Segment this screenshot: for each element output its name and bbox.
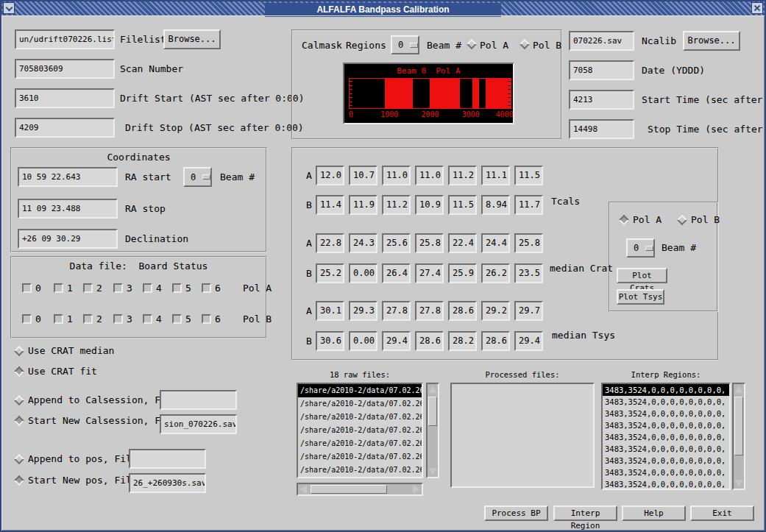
filelist-field[interactable]: un/udrift070226.list bbox=[15, 29, 115, 49]
tcal-field-r1-c0[interactable]: 11.4 bbox=[316, 195, 344, 215]
tcal-field-r0-c1[interactable]: 10.7 bbox=[349, 166, 377, 185]
tcal-field-r2-c6[interactable]: 25.8 bbox=[514, 233, 543, 253]
use-crat-median-radio[interactable] bbox=[15, 347, 24, 355]
list-item[interactable]: 3483,3524,0,0,0,0,0,0,0,0, bbox=[603, 419, 729, 431]
board-checkbox-pol-b-2[interactable] bbox=[83, 314, 93, 324]
scroll-up-icon[interactable] bbox=[428, 386, 437, 393]
tcal-field-r4-c0[interactable]: 30.1 bbox=[316, 301, 344, 321]
append-calsession-radio[interactable] bbox=[15, 396, 24, 405]
list-item[interactable]: 3483,3524,0,0,0,0,0,0,0,0, bbox=[603, 478, 729, 490]
tcal-field-r5-c6[interactable]: 29.4 bbox=[514, 331, 543, 351]
board-checkbox-pol-a-2[interactable] bbox=[83, 283, 93, 293]
tcal-field-r2-c3[interactable]: 25.8 bbox=[415, 233, 444, 253]
tcal-field-r3-c2[interactable]: 26.4 bbox=[382, 263, 411, 283]
scroll-up-icon[interactable] bbox=[734, 386, 743, 393]
list-item[interactable]: /share/a2010-2/data/07.02.26 bbox=[298, 384, 422, 397]
board-checkbox-pol-b-0[interactable] bbox=[22, 314, 32, 324]
list-item[interactable]: 3483,3524,0,0,0,0,0,0,0,0, bbox=[603, 384, 729, 396]
list-item[interactable]: /share/a2010-2/data/07.02.26 bbox=[298, 411, 422, 424]
processed-files-list[interactable] bbox=[450, 383, 595, 488]
scroll-down-icon[interactable] bbox=[428, 468, 437, 475]
plotbox-pol-a-radio[interactable] bbox=[620, 216, 628, 224]
tcal-field-r4-c6[interactable]: 29.7 bbox=[514, 301, 543, 321]
ra-stop-field[interactable]: 11 09 23.488 bbox=[18, 199, 118, 219]
interp-region-button[interactable]: Interp Region bbox=[553, 506, 617, 521]
list-item[interactable]: /share/a2010-2/data/07.02.26 bbox=[298, 464, 422, 477]
board-checkbox-pol-a-5[interactable] bbox=[172, 283, 182, 293]
list-item[interactable]: 3483,3524,0,0,0,0,0,0,0,0, bbox=[603, 443, 729, 455]
tcal-field-r2-c5[interactable]: 24.4 bbox=[481, 233, 510, 253]
ncalib-browse-button[interactable]: Browse... bbox=[683, 31, 740, 51]
list-item[interactable]: 3483,3524,0,0,0,0,0,0,0,0, bbox=[603, 467, 729, 478]
list-item[interactable]: /share/a2010-2/data/07.02.26 bbox=[298, 450, 422, 464]
tcal-field-r3-c0[interactable]: 25.2 bbox=[316, 263, 344, 283]
board-checkbox-pol-a-0[interactable] bbox=[22, 283, 32, 293]
calmask-pol-a-radio[interactable] bbox=[467, 40, 476, 49]
tcal-field-r0-c6[interactable]: 11.5 bbox=[514, 166, 543, 185]
title-bar[interactable]: ALFALFA Bandpass Calibration bbox=[1, 1, 765, 16]
tcal-field-r1-c1[interactable]: 11.9 bbox=[349, 195, 377, 215]
start-new-calsession-field[interactable]: sion_070226.sav bbox=[160, 414, 237, 434]
process-bp-button[interactable]: Process BP bbox=[484, 506, 548, 521]
tcal-field-r1-c3[interactable]: 10.9 bbox=[415, 195, 444, 215]
tcal-field-r4-c2[interactable]: 27.8 bbox=[382, 301, 411, 321]
start-new-pos-radio[interactable] bbox=[15, 476, 24, 485]
drift-stop-field[interactable]: 4209 bbox=[15, 118, 115, 138]
interp-regions-list[interactable]: 3483,3524,0,0,0,0,0,0,0,0,3483,3524,0,0,… bbox=[601, 383, 731, 490]
append-pos-field[interactable] bbox=[129, 449, 206, 469]
tcal-field-r3-c3[interactable]: 27.4 bbox=[415, 263, 444, 283]
scroll-down-icon[interactable] bbox=[734, 480, 743, 486]
board-checkbox-pol-b-1[interactable] bbox=[54, 314, 63, 324]
tcal-field-r0-c3[interactable]: 11.0 bbox=[415, 166, 444, 185]
list-item[interactable]: /share/a2010-2/data/07.02.26 bbox=[298, 397, 422, 411]
board-checkbox-pol-b-6[interactable] bbox=[202, 314, 211, 324]
tcal-field-r3-c6[interactable]: 23.5 bbox=[514, 263, 543, 283]
use-crat-fit-radio[interactable] bbox=[15, 367, 24, 376]
calmask-pol-b-radio[interactable] bbox=[520, 40, 529, 49]
start-new-pos-field[interactable]: 26_+260930s.sav bbox=[129, 473, 206, 493]
tcal-field-r5-c1[interactable]: 0.00 bbox=[349, 331, 377, 351]
help-button[interactable]: Help bbox=[622, 506, 686, 521]
tcal-field-r1-c6[interactable]: 11.7 bbox=[514, 195, 543, 215]
tcal-field-r3-c1[interactable]: 0.00 bbox=[349, 263, 377, 283]
tcal-field-r5-c0[interactable]: 30.6 bbox=[316, 331, 344, 351]
scroll-left-icon[interactable] bbox=[300, 485, 307, 494]
append-calsession-field[interactable] bbox=[160, 390, 237, 410]
board-checkbox-pol-a-3[interactable] bbox=[113, 283, 123, 293]
tcal-field-r4-c5[interactable]: 29.2 bbox=[481, 301, 510, 321]
append-pos-radio[interactable] bbox=[15, 455, 24, 464]
tcal-field-r0-c2[interactable]: 11.0 bbox=[382, 166, 411, 185]
ra-start-field[interactable]: 10 59 22.643 bbox=[18, 167, 118, 187]
tcal-field-r1-c2[interactable]: 11.2 bbox=[382, 195, 411, 215]
filelist-browse-button[interactable]: Browse... bbox=[163, 29, 221, 49]
board-checkbox-pol-b-3[interactable] bbox=[113, 314, 123, 324]
scan-number-field[interactable]: 705803609 bbox=[15, 59, 115, 79]
chevron-down-icon[interactable] bbox=[3, 2, 15, 14]
raw-files-list[interactable]: /share/a2010-2/data/07.02.26/share/a2010… bbox=[297, 383, 423, 478]
tcal-field-r1-c4[interactable]: 11.5 bbox=[448, 195, 477, 215]
tcal-field-r2-c4[interactable]: 22.4 bbox=[448, 233, 477, 253]
raw-files-hscroll-thumb[interactable] bbox=[311, 485, 387, 494]
tcal-field-r5-c3[interactable]: 28.6 bbox=[415, 331, 444, 351]
exit-button[interactable]: Exit bbox=[690, 506, 754, 521]
list-item[interactable]: 3483,3524,0,0,0,0,0,0,0,0, bbox=[603, 396, 729, 408]
plot-tsys-button[interactable]: Plot Tsys bbox=[617, 289, 664, 305]
raw-files-horizontal-scrollbar[interactable] bbox=[297, 483, 423, 496]
tcal-field-r2-c1[interactable]: 24.3 bbox=[349, 233, 377, 253]
list-item[interactable]: /share/a2010-2/data/07.02.26 bbox=[298, 424, 422, 437]
tcal-field-r4-c4[interactable]: 28.6 bbox=[448, 301, 477, 321]
board-checkbox-pol-a-1[interactable] bbox=[54, 283, 63, 293]
tcal-field-r3-c4[interactable]: 25.9 bbox=[448, 263, 477, 283]
tcal-field-r5-c4[interactable]: 28.2 bbox=[448, 331, 477, 351]
board-checkbox-pol-b-4[interactable] bbox=[143, 314, 152, 324]
scroll-right-icon[interactable] bbox=[413, 485, 419, 494]
tcal-field-r3-c5[interactable]: 26.2 bbox=[481, 263, 510, 283]
plot-crats-button[interactable]: Plot Crats bbox=[617, 268, 667, 283]
tcal-field-r5-c2[interactable]: 29.4 bbox=[382, 331, 411, 351]
tcal-field-r5-c5[interactable]: 28.6 bbox=[481, 331, 510, 351]
tcal-field-r2-c0[interactable]: 22.8 bbox=[316, 233, 344, 253]
list-item[interactable]: /share/a2010-2/data/07.02.26 bbox=[298, 437, 422, 450]
close-icon[interactable] bbox=[751, 2, 763, 14]
start-new-calsession-radio[interactable] bbox=[15, 416, 24, 425]
tcal-field-r2-c2[interactable]: 25.6 bbox=[382, 233, 411, 253]
